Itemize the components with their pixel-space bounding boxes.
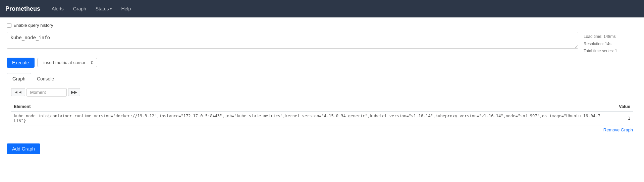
load-info-block: Load time: 148ms Resolution: 14s Total t… (584, 32, 637, 55)
load-time: Load time: 148ms (584, 33, 637, 41)
execute-button[interactable]: Execute (7, 58, 35, 68)
metric-selector[interactable]: - insert metric at cursor - ⇕ (37, 58, 98, 67)
tab-graph[interactable]: Graph (7, 73, 31, 84)
add-graph-row: Add Graph (7, 143, 637, 154)
results-table: Element Value kube_node_info{container_r… (11, 102, 633, 125)
total-time-series: Total time series: 1 (584, 48, 637, 55)
nav-status-dropdown[interactable]: Status ▾ (92, 4, 115, 13)
add-graph-button[interactable]: Add Graph (7, 143, 40, 154)
chevron-down-icon: ▾ (110, 7, 112, 11)
brand-logo: Prometheus (5, 5, 40, 12)
enable-query-history-label: Enable query history (13, 23, 53, 28)
query-input[interactable] (7, 32, 578, 49)
prev-arrow-button[interactable]: ◄◄ (11, 88, 25, 96)
resolution: Resolution: 14s (584, 41, 637, 48)
remove-graph-link[interactable]: Remove Graph (603, 127, 633, 132)
next-arrow-button[interactable]: ▶▶ (68, 88, 80, 96)
controls-row: Execute - insert metric at cursor - ⇕ (7, 58, 637, 68)
tabs-row: Graph Console (7, 73, 637, 84)
element-col-header: Element (11, 102, 616, 111)
enable-query-history-checkbox[interactable] (7, 23, 11, 28)
tab-content: ◄◄ ▶▶ Element Value kube_node_info{conta… (7, 84, 637, 138)
value-col-header: Value (616, 102, 633, 111)
value-cell: 1 (616, 111, 633, 125)
moment-row: ◄◄ ▶▶ (11, 88, 633, 97)
remove-graph-row: Remove Graph (11, 125, 633, 134)
tab-console[interactable]: Console (31, 73, 60, 84)
metric-selector-arrow-icon: ⇕ (90, 60, 94, 65)
nav-alerts[interactable]: Alerts (48, 4, 67, 13)
table-header-row: Element Value (11, 102, 633, 111)
nav-links: Alerts Graph Status ▾ Help (48, 4, 134, 13)
nav-status-label: Status (96, 6, 109, 11)
nav-help[interactable]: Help (118, 4, 134, 13)
query-load-wrapper: Load time: 148ms Resolution: 14s Total t… (7, 32, 637, 55)
element-cell: kube_node_info{container_runtime_version… (11, 111, 616, 125)
table-row: kube_node_info{container_runtime_version… (11, 111, 633, 125)
insert-metric-label: - insert metric at cursor - (41, 60, 88, 65)
query-history-row: Enable query history (7, 23, 637, 28)
navbar: Prometheus Alerts Graph Status ▾ Help (0, 0, 644, 17)
nav-graph[interactable]: Graph (70, 4, 90, 13)
main-content: Enable query history Load time: 148ms Re… (0, 17, 644, 160)
moment-input[interactable] (26, 88, 67, 97)
